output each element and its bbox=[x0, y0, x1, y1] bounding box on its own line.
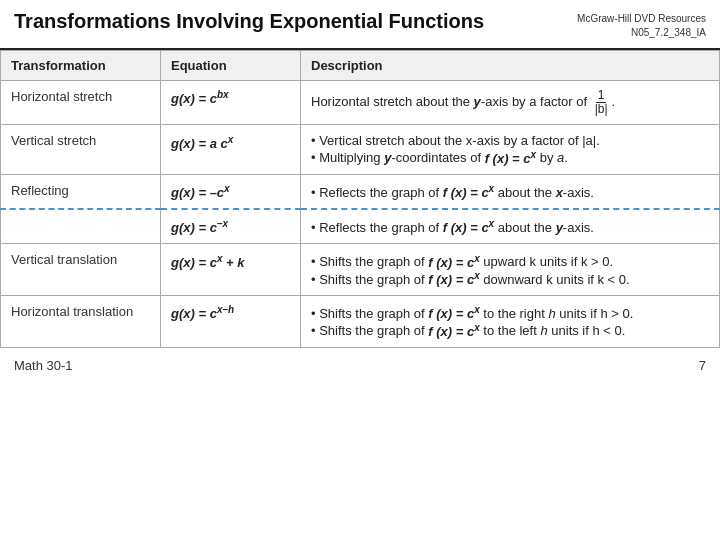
equation-cell: g(x) = a cx bbox=[161, 125, 301, 174]
source-line1: McGraw-Hill DVD Resources bbox=[577, 13, 706, 24]
transformation-label: Vertical translation bbox=[1, 244, 161, 296]
page-footer: Math 30-1 7 bbox=[0, 348, 720, 383]
col-header-transformation: Transformation bbox=[1, 51, 161, 81]
transformation-label: Vertical stretch bbox=[1, 125, 161, 174]
description-cell: • Vertical stretch about the x-axis by a… bbox=[301, 125, 720, 174]
equation-cell: g(x) = c–x bbox=[161, 209, 301, 244]
table-row: Vertical stretch g(x) = a cx • Vertical … bbox=[1, 125, 720, 174]
table-row: g(x) = c–x • Reflects the graph of f (x)… bbox=[1, 209, 720, 244]
description-cell: • Reflects the graph of f (x) = cx about… bbox=[301, 209, 720, 244]
transformations-table: Transformation Equation Description Hori… bbox=[0, 50, 720, 348]
transformation-label: Horizontal stretch bbox=[1, 81, 161, 125]
page-header: Transformations Involving Exponential Fu… bbox=[0, 0, 720, 50]
col-header-description: Description bbox=[301, 51, 720, 81]
table-row: Reflecting g(x) = –cx • Reflects the gra… bbox=[1, 174, 720, 209]
source-line2: N05_7.2_348_IA bbox=[631, 27, 706, 38]
equation-cell: g(x) = –cx bbox=[161, 174, 301, 209]
transformation-label: Reflecting bbox=[1, 174, 161, 209]
table-row: Vertical translation g(x) = cx + k • Shi… bbox=[1, 244, 720, 296]
description-cell: Horizontal stretch about the y-axis by a… bbox=[301, 81, 720, 125]
transformation-label bbox=[1, 209, 161, 244]
source-info: McGraw-Hill DVD Resources N05_7.2_348_IA bbox=[577, 10, 706, 40]
equation-cell: g(x) = cx + k bbox=[161, 244, 301, 296]
footer-label: Math 30-1 bbox=[14, 358, 73, 373]
table-row: Horizontal translation g(x) = cx–h • Shi… bbox=[1, 296, 720, 348]
equation-cell: g(x) = cx–h bbox=[161, 296, 301, 348]
transformation-label: Horizontal translation bbox=[1, 296, 161, 348]
col-header-equation: Equation bbox=[161, 51, 301, 81]
equation-cell: g(x) = cbx bbox=[161, 81, 301, 125]
footer-page: 7 bbox=[699, 358, 706, 373]
page-title: Transformations Involving Exponential Fu… bbox=[14, 10, 484, 33]
description-cell: • Shifts the graph of f (x) = cx upward … bbox=[301, 244, 720, 296]
description-cell: • Reflects the graph of f (x) = cx about… bbox=[301, 174, 720, 209]
table-row: Horizontal stretch g(x) = cbx Horizontal… bbox=[1, 81, 720, 125]
description-cell: • Shifts the graph of f (x) = cx to the … bbox=[301, 296, 720, 348]
